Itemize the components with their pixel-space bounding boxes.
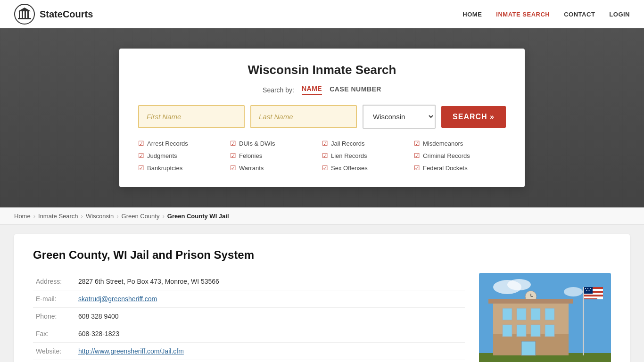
statecourts-logo-icon [14, 4, 35, 25]
check-lien-records: ☑ Lien Records [322, 150, 414, 161]
breadcrumb-sep: › [116, 213, 118, 220]
check-bankruptcies: ☑ Bankruptcies [138, 163, 230, 173]
check-icon: ☑ [322, 152, 328, 159]
email-row: E-mail: skatrudj@greensheriff.com [33, 290, 465, 308]
check-icon: ☑ [414, 164, 420, 172]
search-inputs-row: Wisconsin Alabama Alaska Arizona Califor… [138, 105, 506, 129]
svg-rect-1 [19, 11, 20, 18]
svg-point-10 [564, 287, 583, 296]
check-label: Arrest Records [147, 140, 188, 147]
svg-rect-17 [545, 308, 554, 320]
check-icon: ☑ [138, 164, 144, 172]
svg-rect-25 [488, 299, 573, 304]
svg-rect-5 [18, 18, 31, 19]
svg-point-35 [590, 288, 591, 289]
fax-value: 608-328-1823 [75, 325, 465, 343]
check-misdemeanors: ☑ Misdemeanors [414, 138, 506, 148]
nav-login[interactable]: LOGIN [609, 11, 630, 18]
check-label: Bankruptcies [147, 165, 182, 172]
search-button[interactable]: SEARCH » [441, 106, 506, 128]
svg-rect-19 [517, 325, 526, 337]
svg-rect-18 [503, 325, 512, 337]
check-label: Sex Offenses [331, 165, 368, 172]
svg-rect-26 [583, 287, 584, 355]
check-judgments: ☑ Judgments [138, 150, 230, 161]
check-federal-dockets: ☑ Federal Dockets [414, 163, 506, 173]
fax-row: Fax: 608-328-1823 [33, 325, 465, 343]
check-duis-dwis: ☑ DUIs & DWIs [230, 138, 322, 148]
breadcrumb-home[interactable]: Home [14, 213, 31, 220]
main-nav: HOME INMATE SEARCH CONTACT LOGIN [462, 11, 630, 18]
svg-rect-4 [27, 11, 29, 18]
breadcrumb-wisconsin[interactable]: Wisconsin [86, 213, 114, 220]
hero-section: COURTHOUSE Wisconsin Inmate Search Searc… [0, 28, 644, 207]
breadcrumb-sep: › [162, 213, 164, 220]
check-icon: ☑ [414, 140, 420, 147]
svg-marker-6 [18, 8, 31, 11]
address-row: Address: 2827 6th Street, Po Box 473, Mo… [33, 273, 465, 290]
website-label: Website: [33, 343, 75, 360]
website-link[interactable]: http://www.greensheriff.com/Jail.cfm [78, 347, 184, 355]
check-sex-offenses: ☑ Sex Offenses [322, 163, 414, 173]
first-name-input[interactable] [138, 105, 245, 128]
check-label: Warrants [239, 165, 264, 172]
svg-rect-16 [531, 308, 540, 320]
info-table: Address: 2827 6th Street, Po Box 473, Mo… [33, 273, 465, 360]
phone-row: Phone: 608 328 9400 [33, 308, 465, 325]
svg-rect-3 [25, 11, 26, 18]
facility-title: Green County, WI Jail and Prison System [33, 248, 611, 262]
breadcrumb-inmate-search[interactable]: Inmate Search [38, 213, 78, 220]
check-icon: ☑ [230, 140, 236, 147]
tab-name[interactable]: NAME [302, 85, 322, 95]
check-label: DUIs & DWIs [239, 140, 275, 147]
facility-image-svg [479, 273, 611, 362]
nav-inmate-search[interactable]: INMATE SEARCH [496, 11, 550, 18]
check-icon: ☑ [414, 152, 420, 159]
logo-text: StateCourts [40, 9, 93, 20]
facility-body: Address: 2827 6th Street, Po Box 473, Mo… [33, 273, 611, 362]
facility-card: Green County, WI Jail and Prison System … [14, 234, 630, 362]
check-label: Felonies [239, 152, 262, 159]
svg-rect-31 [584, 298, 597, 299]
svg-point-36 [586, 290, 587, 291]
facility-info: Address: 2827 6th Street, Po Box 473, Mo… [33, 273, 465, 362]
website-row: Website: http://www.greensheriff.com/Jai… [33, 343, 465, 360]
svg-point-33 [585, 288, 586, 289]
main-content: Green County, WI Jail and Prison System … [0, 225, 644, 362]
check-felonies: ☑ Felonies [230, 150, 322, 161]
check-icon: ☑ [138, 152, 144, 159]
header: StateCourts HOME INMATE SEARCH CONTACT L… [0, 0, 644, 28]
svg-point-34 [587, 288, 588, 289]
svg-rect-30 [584, 295, 603, 296]
phone-label: Phone: [33, 308, 75, 325]
search-by-row: Search by: NAME CASE NUMBER [138, 85, 506, 95]
check-label: Lien Records [331, 152, 367, 159]
svg-rect-2 [22, 11, 23, 18]
search-card: Wisconsin Inmate Search Search by: NAME … [119, 49, 525, 187]
breadcrumb-sep: › [81, 213, 83, 220]
check-jail-records: ☑ Jail Records [322, 138, 414, 148]
tab-case-number[interactable]: CASE NUMBER [330, 85, 381, 95]
check-warrants: ☑ Warrants [230, 163, 322, 173]
email-link[interactable]: skatrudj@greensheriff.com [78, 295, 157, 303]
email-value: skatrudj@greensheriff.com [75, 290, 465, 308]
svg-rect-14 [503, 308, 512, 320]
check-label: Federal Dockets [423, 165, 468, 172]
check-icon: ☑ [230, 152, 236, 159]
breadcrumb-green-county[interactable]: Green County [122, 213, 160, 220]
check-criminal-records: ☑ Criminal Records [414, 150, 506, 161]
state-select[interactable]: Wisconsin Alabama Alaska Arizona Califor… [363, 105, 436, 129]
breadcrumb-current: Green County WI Jail [167, 213, 229, 220]
check-icon: ☑ [230, 164, 236, 172]
nav-home[interactable]: HOME [462, 11, 482, 18]
check-label: Judgments [147, 152, 177, 159]
svg-point-9 [507, 279, 531, 290]
last-name-input[interactable] [250, 105, 357, 128]
breadcrumb: Home › Inmate Search › Wisconsin › Green… [0, 207, 644, 225]
facility-image [479, 273, 611, 362]
logo-area: StateCourts [14, 4, 93, 25]
email-label: E-mail: [33, 290, 75, 308]
check-arrest-records: ☑ Arrest Records [138, 138, 230, 148]
svg-rect-38 [521, 341, 536, 355]
nav-contact[interactable]: CONTACT [564, 11, 595, 18]
